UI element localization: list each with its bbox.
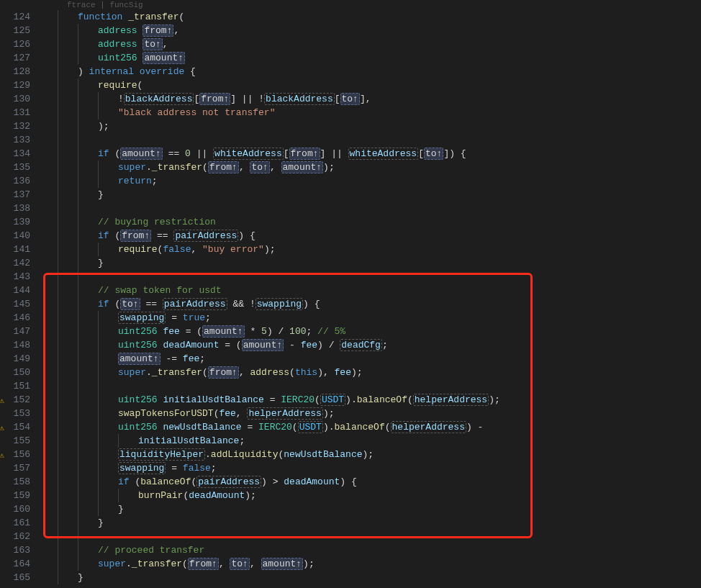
indent-guide bbox=[58, 530, 58, 543]
code-line[interactable] bbox=[58, 379, 701, 393]
token-const: USDT bbox=[298, 421, 323, 433]
token-fn: balanceOf bbox=[357, 394, 407, 405]
code-line[interactable]: uint256 fee = (amount↑ * 5) / 100; // 5% bbox=[58, 325, 701, 338]
code-line[interactable]: if (balanceOf(pairAddress) > deadAmount)… bbox=[58, 475, 701, 489]
code-line[interactable] bbox=[58, 202, 701, 215]
line-number: 157 bbox=[0, 461, 30, 475]
token-pun: [ bbox=[284, 148, 289, 159]
token-hl-param: from↑ bbox=[208, 366, 239, 379]
code-line[interactable]: return; bbox=[58, 174, 701, 188]
token-op: = ( bbox=[180, 326, 202, 337]
line-number: 148 bbox=[0, 338, 30, 352]
token-pun: , bbox=[239, 367, 250, 378]
code-line[interactable]: liquidityHelper.addLiquidity(newUsdtBala… bbox=[58, 448, 701, 461]
code-line[interactable] bbox=[58, 133, 701, 147]
code-line[interactable]: } bbox=[58, 502, 701, 516]
code-line[interactable]: if (from↑ == pairAddress) { bbox=[58, 229, 701, 243]
code-line[interactable]: require(false, "buy error"); bbox=[58, 243, 701, 256]
line-number: 165 bbox=[0, 571, 30, 584]
code-line[interactable]: ); bbox=[58, 119, 701, 133]
line-number: 134 bbox=[0, 147, 30, 160]
token-pun: ], bbox=[360, 94, 371, 104]
token-pun: ); bbox=[489, 394, 500, 405]
code-line[interactable] bbox=[58, 270, 701, 284]
token-var: swapping bbox=[118, 462, 166, 474]
token-kw: false bbox=[163, 244, 191, 255]
code-line[interactable]: amount↑ -= fee; bbox=[58, 352, 701, 366]
code-line[interactable]: uint256 deadAmount = (amount↑ - fee) / d… bbox=[58, 338, 701, 352]
token-pun: ( bbox=[315, 394, 320, 405]
code-line[interactable]: if (to↑ == pairAddress && !swapping) { bbox=[58, 297, 701, 311]
token-var: pairAddress bbox=[163, 298, 227, 310]
token-fn: swapTokensForUSDT bbox=[118, 408, 214, 419]
indent-guide bbox=[78, 530, 78, 543]
code-line[interactable]: swapTokensForUSDT(fee, helperAddress); bbox=[58, 407, 701, 420]
code-line[interactable]: uint256 newUsdtBalance = IERC20(USDT).ba… bbox=[58, 420, 701, 434]
code-line[interactable]: } bbox=[58, 571, 701, 584]
code-line[interactable]: super._transfer(from↑, to↑, amount↑); bbox=[58, 557, 701, 571]
line-number: 162 bbox=[0, 530, 30, 543]
code-line[interactable]: "black address not transfer" bbox=[58, 106, 701, 119]
code-line[interactable]: } bbox=[58, 188, 701, 202]
code-line[interactable]: address to↑, bbox=[58, 37, 701, 51]
code-line[interactable]: swapping = false; bbox=[58, 461, 701, 475]
token-ty: uint256 bbox=[98, 53, 137, 63]
token-pun: ); bbox=[303, 558, 315, 569]
token-hl-param: amount↑ bbox=[202, 325, 245, 338]
code-line[interactable] bbox=[58, 530, 701, 543]
line-number: 128 bbox=[0, 65, 30, 78]
token-pun: . bbox=[205, 449, 211, 460]
token-pun: ); bbox=[351, 367, 363, 378]
code-line[interactable]: // swap token for usdt bbox=[58, 284, 701, 297]
token-pun: ]) { bbox=[443, 148, 466, 159]
code-line[interactable]: } bbox=[58, 256, 701, 270]
code-line[interactable]: super._transfer(from↑, to↑, amount↑); bbox=[58, 160, 701, 174]
token-pun: ). bbox=[323, 422, 335, 433]
token-var: swapping bbox=[118, 312, 166, 324]
token-pun: ( bbox=[109, 148, 121, 159]
token-op: = bbox=[264, 394, 281, 405]
code-editor[interactable]: 1241251261271281291301311321331341351361… bbox=[0, 0, 701, 588]
token-pun: , bbox=[250, 558, 261, 569]
token-fn: require bbox=[118, 244, 158, 255]
code-area[interactable]: ftrace | funcSig function _transfer(addr… bbox=[43, 0, 701, 588]
token-var: fee bbox=[335, 367, 351, 378]
code-line[interactable]: !blackAddress[from↑] || !blackAddress[to… bbox=[58, 92, 701, 106]
line-number: 143 bbox=[0, 270, 30, 284]
code-line[interactable]: super._transfer(from↑, address(this), fe… bbox=[58, 366, 701, 379]
token-var: pairAddress bbox=[173, 230, 238, 242]
token-op: == bbox=[151, 230, 173, 241]
code-line[interactable]: ) internal override { bbox=[58, 65, 701, 78]
code-line[interactable]: burnPair(deadAmount); bbox=[58, 489, 701, 502]
code-line[interactable]: address from↑, bbox=[58, 24, 701, 37]
token-fn: address bbox=[250, 367, 289, 378]
line-number: 140 bbox=[0, 229, 30, 243]
code-line[interactable]: uint256 initialUsdtBalance = IERC20(USDT… bbox=[58, 393, 701, 407]
code-line[interactable]: require( bbox=[58, 78, 701, 92]
code-line[interactable]: initialUsdtBalance; bbox=[58, 434, 701, 448]
token-pun: ( bbox=[130, 476, 141, 487]
code-line[interactable]: // buying restriction bbox=[58, 215, 701, 229]
codelens-hint[interactable]: ftrace | funcSig bbox=[67, 0, 701, 10]
token-op: == bbox=[140, 299, 163, 309]
token-ty: uint256 bbox=[118, 326, 158, 337]
token-pun: } bbox=[118, 504, 124, 515]
code-line[interactable]: // proceed transfer bbox=[58, 543, 701, 557]
indent-guide bbox=[78, 270, 78, 284]
token-cm: // 5% bbox=[317, 326, 345, 337]
token-fn: _transfer bbox=[152, 367, 202, 378]
line-number: 163 bbox=[0, 543, 30, 557]
token-kw: true bbox=[183, 312, 205, 323]
line-number: 155 bbox=[0, 434, 30, 448]
line-number: 126 bbox=[0, 37, 30, 51]
code-line[interactable]: uint256 amount↑ bbox=[58, 51, 701, 65]
line-number: 150 bbox=[0, 366, 30, 379]
token-pun: ). bbox=[345, 394, 357, 405]
token-kw: if bbox=[98, 148, 109, 159]
code-line[interactable]: } bbox=[58, 516, 701, 530]
code-line[interactable]: function _transfer( bbox=[58, 10, 701, 24]
code-line[interactable]: swapping = true; bbox=[58, 311, 701, 325]
token-var: swapping bbox=[255, 298, 303, 310]
token-hl-param: from↑ bbox=[289, 148, 320, 160]
code-line[interactable]: if (amount↑ == 0 || whiteAddress[from↑] … bbox=[58, 147, 701, 160]
